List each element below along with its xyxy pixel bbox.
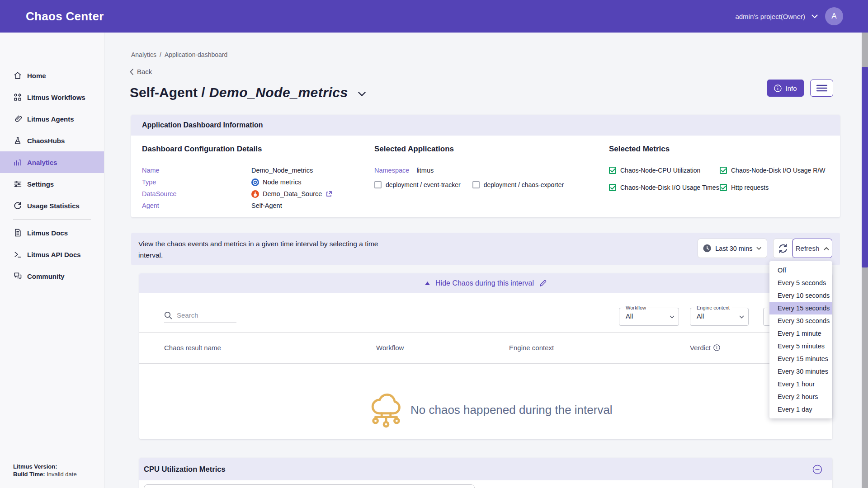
- cpu-metrics-header: CPU Utilization Metrics: [139, 458, 832, 480]
- refresh-interval-menu: Off Every 5 seconds Every 10 seconds Eve…: [769, 261, 832, 418]
- config-row-name: Name Demo_Node_metrics: [142, 164, 332, 176]
- menu-item-every-2-hours[interactable]: Every 2 hours: [769, 390, 832, 403]
- column-workflow: Workflow: [376, 344, 404, 352]
- menu-item-every-1-hour[interactable]: Every 1 hour: [769, 378, 832, 390]
- application-dashboard-information-card: Application Dashboard Information Dashbo…: [131, 115, 840, 217]
- chevron-down-icon: [811, 14, 818, 19]
- menu-item-every-5-seconds[interactable]: Every 5 seconds: [769, 277, 832, 289]
- checkbox-disk-io-rw[interactable]: Chaos-Node-Disk I/O Usage R/W: [720, 164, 826, 176]
- info-icon[interactable]: [713, 344, 720, 351]
- workflow-filter[interactable]: Workflow All: [619, 308, 679, 326]
- search-field[interactable]: [164, 310, 236, 323]
- page-title: Self-Agent / Demo_Node_metrics: [130, 85, 366, 100]
- back-button[interactable]: Back: [130, 68, 152, 75]
- collapse-triangle-icon: [425, 282, 430, 285]
- sidebar-item-litmus-docs[interactable]: Litmus Docs: [0, 222, 104, 244]
- search-input[interactable]: [164, 310, 236, 323]
- sidebar-item-community[interactable]: Community: [0, 265, 104, 287]
- usage-icon: [13, 201, 22, 210]
- config-row-datasource: DataSource Demo_Data_Source: [142, 188, 332, 200]
- external-link-icon[interactable]: [326, 191, 332, 197]
- info-button[interactable]: Info: [767, 80, 804, 97]
- menu-item-every-1-minute[interactable]: Every 1 minute: [769, 327, 832, 340]
- menu-item-off[interactable]: Off: [769, 264, 832, 277]
- sidebar-item-litmus-workflows[interactable]: Litmus Workflows: [0, 86, 104, 108]
- app-title: Chaos Center: [26, 9, 104, 23]
- hamburger-menu-button[interactable]: [810, 80, 833, 97]
- clock-icon: [703, 244, 711, 253]
- refresh-interval-button[interactable]: Refresh: [793, 239, 832, 258]
- hamburger-icon: [816, 84, 827, 92]
- project-selector[interactable]: admin's project(Owner): [735, 13, 818, 20]
- checkbox-disk-io-times[interactable]: Chaos-Node-Disk I/O Usage Times: [609, 182, 720, 193]
- info-icon: [774, 84, 782, 92]
- sidebar-item-usage-statistics[interactable]: Usage Statistics: [0, 195, 104, 216]
- title-chevron-down-icon[interactable]: [358, 92, 366, 97]
- terminal-icon: [13, 250, 22, 259]
- home-icon: [13, 71, 22, 80]
- checkbox-event-tracker[interactable]: deployment / event-tracker: [374, 179, 461, 191]
- config-row-type: Type Node metrics: [142, 176, 332, 188]
- agents-icon: [13, 114, 22, 123]
- project-label: admin's project(Owner): [735, 13, 805, 20]
- chevron-up-icon: [824, 247, 829, 250]
- sidebar-item-litmus-api-docs[interactable]: Litmus API Docs: [0, 244, 104, 265]
- menu-item-every-10-seconds[interactable]: Every 10 seconds: [769, 289, 832, 302]
- column-engine-context: Engine context: [509, 344, 554, 352]
- breadcrumb-application-dashboard[interactable]: Application-dashboard: [165, 51, 227, 58]
- chevron-left-icon: [130, 69, 133, 75]
- dashboard-configuration-details: Dashboard Configuration Details Name Dem…: [142, 145, 332, 211]
- checkbox-cpu-utilization[interactable]: Chaos-Node-CPU Utilization: [609, 164, 720, 176]
- document-icon: [13, 228, 22, 237]
- selected-applications: Selected Applications Namespace litmus d…: [374, 145, 564, 191]
- chaos-table-card: Hide Chaos during this interval Workflow…: [139, 273, 832, 439]
- time-interval-bar: View the chaos events and metrics in a g…: [131, 233, 840, 265]
- checkbox-chaos-exporter[interactable]: deployment / chaos-exporter: [472, 179, 564, 191]
- chevron-down-icon: [739, 315, 744, 319]
- sidebar-item-home[interactable]: Home: [0, 65, 104, 86]
- menu-item-every-15-seconds[interactable]: Every 15 seconds: [769, 302, 832, 314]
- sidebar-item-litmus-agents[interactable]: Litmus Agents: [0, 108, 104, 130]
- sidebar: Home Litmus Workflows Litmus Agents Chao…: [0, 33, 104, 488]
- menu-item-every-30-minutes[interactable]: Every 30 minutes: [769, 365, 832, 378]
- checkbox-checked[interactable]: [609, 184, 616, 191]
- chevron-down-icon: [670, 315, 675, 319]
- chevron-down-icon: [756, 247, 762, 250]
- checkbox-unchecked[interactable]: [472, 181, 480, 188]
- column-verdict: Verdict: [690, 344, 720, 352]
- checkbox-unchecked[interactable]: [374, 181, 382, 188]
- chat-icon: [13, 272, 22, 281]
- menu-item-every-30-seconds[interactable]: Every 30 seconds: [769, 314, 832, 327]
- column-chaos-result-name: Chaos result name: [164, 344, 221, 352]
- checkbox-checked[interactable]: [720, 167, 727, 174]
- time-range-select[interactable]: Last 30 mins: [698, 239, 767, 258]
- menu-item-every-1-day[interactable]: Every 1 day: [769, 403, 832, 416]
- avatar[interactable]: A: [825, 7, 843, 25]
- edit-pencil-icon[interactable]: [539, 280, 547, 287]
- sidebar-item-chaoshubs[interactable]: ChaosHubs: [0, 130, 104, 151]
- breadcrumb: Analytics/Application-dashboard: [131, 51, 227, 58]
- workflows-icon: [13, 93, 22, 102]
- collapse-minus-icon[interactable]: [812, 465, 822, 474]
- scrollbar-track[interactable]: [862, 33, 868, 488]
- datasource-link[interactable]: Demo_Data_Source: [263, 190, 322, 197]
- checkbox-http-requests[interactable]: Http requests: [720, 182, 826, 193]
- analytics-icon: [13, 158, 22, 167]
- namespace-row: Namespace litmus: [374, 164, 564, 176]
- refresh-now-button[interactable]: [773, 239, 793, 258]
- engine-context-filter[interactable]: Engine context All: [690, 308, 749, 326]
- table-header-divider: [139, 363, 832, 364]
- cloud-empty-icon: [368, 389, 404, 431]
- metrics-panel: [144, 484, 475, 488]
- scrollbar-thumb[interactable]: [862, 67, 868, 267]
- checkbox-checked[interactable]: [609, 167, 616, 174]
- sidebar-item-analytics[interactable]: Analytics: [0, 151, 104, 173]
- menu-item-every-5-minutes[interactable]: Every 5 minutes: [769, 340, 832, 352]
- menu-item-every-15-minutes[interactable]: Every 15 minutes: [769, 352, 832, 365]
- sidebar-item-settings[interactable]: Settings: [0, 173, 104, 195]
- breadcrumb-analytics[interactable]: Analytics: [131, 51, 156, 58]
- hide-chaos-toggle[interactable]: Hide Chaos during this interval: [139, 273, 832, 293]
- checkbox-checked[interactable]: [720, 184, 727, 191]
- sliders-icon: [13, 179, 22, 188]
- app-header: Chaos Center admin's project(Owner) A: [0, 0, 868, 33]
